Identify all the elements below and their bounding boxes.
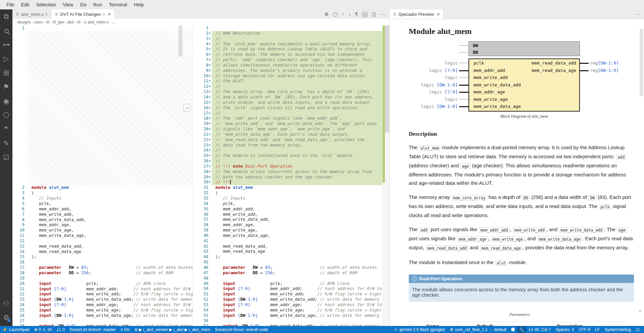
code-line[interactable]: 26 input [DW-1:0] mem_write_data_age; //… — [12, 313, 193, 319]
code-line[interactable]: 23 input [DW-1:0] mem_write_data_add; //… — [12, 297, 193, 302]
menu-item-selection[interactable]: Selection — [33, 1, 59, 8]
code-line[interactable]: 11+// the ALUT. — [193, 79, 382, 84]
code-line[interactable]: 28+// The module allows concurrent acces… — [193, 169, 382, 175]
code-line[interactable]: 7 mem_write_add, — [12, 212, 193, 217]
extensions-icon[interactable]: ⊞ — [0, 66, 12, 80]
compare-icon[interactable]: ▢ — [333, 11, 337, 17]
code-line[interactable]: 8+// allows simultaneous read/write oper… — [193, 63, 382, 68]
code-line[interactable]: 3 ( — [12, 191, 193, 196]
preview-more-actions-icon[interactable]: ⋯ — [635, 11, 640, 17]
code-line[interactable]: 4 // Inputs — [12, 196, 193, 201]
source-control-icon[interactable]: ⊶ — [0, 38, 12, 52]
code-line[interactable]: 52 input [DW-1:0] mem_write_data_add; //… — [193, 297, 382, 302]
render-whitespace-icon[interactable]: ¶ — [355, 11, 358, 17]
breadcrumb-item[interactable]: rtl_lpw — [52, 20, 64, 25]
code-line[interactable]: 24 input [7:0] mem_addr_age; // hash add… — [12, 302, 193, 308]
code-line[interactable]: 8 mem_write_data_add, — [12, 217, 193, 223]
code-line[interactable]: 53 input [7:0] mem_addr_age; // hash add… — [193, 302, 382, 308]
code-line[interactable]: 30+// !!! — [193, 180, 382, 185]
more-actions-icon[interactable]: ⋯ — [381, 11, 385, 17]
comments-icon[interactable]: ❞ — [0, 122, 12, 136]
code-line[interactable]: 15+// write enable, and write data input… — [193, 100, 382, 106]
status-right-item-spaces-3[interactable]: Spaces: 3 — [553, 326, 576, 333]
code-line[interactable]: 25 input mem_write_age; // R/W flag (wri… — [12, 308, 193, 313]
menu-item-go[interactable]: Go — [77, 1, 89, 8]
code-line[interactable]: 9+// addresses. The module's primary fun… — [193, 68, 382, 74]
bookmarks-icon[interactable]: ⚑ — [0, 80, 12, 94]
code-line[interactable]: 41 — [193, 239, 382, 244]
code-line[interactable]: 17 parameter DW = 83; // width of data b… — [12, 265, 193, 270]
code-line[interactable]: 10+// storage mechanism for address and … — [193, 74, 382, 79]
status-right-item-utf-8[interactable]: UTF-8 — [576, 326, 593, 333]
code-line[interactable]: 42 mem_read_data_add, — [193, 244, 382, 249]
status-right-item-systemverilog[interactable]: SystemVerilog — [602, 326, 633, 333]
code-line[interactable]: 34 pclk, — [193, 201, 382, 207]
code-line[interactable]: 21+// `mem_write_data_age`. Each port's … — [193, 132, 382, 137]
code-line[interactable]: 47 parameter DD = 256; // depth of RAM — [193, 270, 382, 276]
status-left-item-sonarlint-branch-master[interactable]: SonarLint branch: master — [67, 326, 118, 333]
code-line[interactable]: 18 parameter DD = 256; // depth of RAM — [12, 270, 193, 276]
status-right-item-bell[interactable] — [633, 326, 642, 333]
status-right-item-gemini-2-0-flash-google-[interactable]: ⚇gemini-2.0-flash (google) — [392, 326, 447, 333]
code-line[interactable]: 32 ( — [193, 191, 382, 196]
code-line[interactable]: 37 mem_write_data_add, — [193, 217, 382, 222]
menu-item-view[interactable]: View — [60, 1, 76, 8]
code-line[interactable]: 22 input mem_write_add; // R/W flag (wri… — [12, 292, 193, 297]
code-line[interactable]: 5+// It is used by the Address Lookup Ta… — [193, 47, 382, 52]
code-line[interactable]: 46 parameter DW = 83; // width of data b… — [193, 265, 382, 270]
status-right-item-lf[interactable]: LF — [593, 326, 602, 333]
code-line[interactable]: 39 mem_write_age, — [193, 228, 382, 233]
code-line[interactable]: 12 — [12, 239, 193, 244]
code-line[interactable]: 28 output [DW-1:0] mem_read_data_add; //… — [12, 324, 193, 326]
menu-item-terminal[interactable]: Terminal — [106, 1, 130, 8]
status-left-item--on[interactable]: ≡ On — [118, 326, 132, 333]
status-left-item-0[interactable]: 0 — [54, 326, 67, 333]
status-right-item-ln-30-col-7[interactable]: Ln 30, Col 7 — [526, 326, 553, 333]
menu-item-run[interactable]: Run — [90, 1, 105, 8]
status-left-item-sonarlint-focus-overall-code[interactable]: SonarLint focus: overall code — [212, 326, 270, 333]
breadcrumb-item[interactable]: alut — [67, 20, 73, 25]
status-left-item--i-alut-veneer-i-alut-i-alut-m[interactable]: ≣ ▶ i_alut_veneer ▶ i_alut ▶ i_alut_mem — [132, 326, 212, 333]
preview-scrollbar-thumb[interactable] — [640, 29, 643, 96]
code-line[interactable]: 12+// — [193, 84, 382, 89]
code-line[interactable]: 4+// The `alut_mem` module implements a … — [193, 42, 382, 47]
code-line[interactable]: 3+// — [193, 36, 382, 42]
code-line[interactable]: 6 mem_addr_add, — [12, 207, 193, 212]
breadcrumb-item[interactable]: designs — [17, 20, 31, 25]
code-line[interactable]: 43 mem_read_data_age — [193, 249, 382, 254]
breadcrumb-item[interactable]: alut_mem.v — [88, 20, 108, 25]
code-line[interactable]: 14 mem_read_data_age — [12, 249, 193, 255]
code-line[interactable]: 1 — [12, 26, 193, 31]
code-line[interactable]: 26+// — [193, 159, 382, 164]
code-line[interactable]: 25+// The module is instantiated once in… — [193, 153, 382, 159]
code-line[interactable]: 38 mem_addr_age, — [193, 222, 382, 228]
run-debug-icon[interactable]: ▷ — [0, 52, 12, 66]
menu-item-file[interactable]: File — [3, 1, 17, 8]
code-line[interactable]: 1 — [193, 26, 382, 31]
menu-item-help[interactable]: Help — [131, 1, 147, 8]
split-editor-icon[interactable]: ◫ — [372, 11, 376, 17]
code-line[interactable]: 51 input mem_write_add; // R/W flag (wri… — [193, 292, 382, 297]
code-line[interactable]: 33 // Inputs — [193, 196, 382, 201]
diff-original-pane[interactable]: 1 2 module alut_mem3 (4 // Inputs5 pclk,… — [12, 26, 193, 326]
code-line[interactable]: 17+// — [193, 111, 382, 116]
code-line[interactable]: 19 — [12, 276, 193, 281]
code-line[interactable]: 9 mem_addr_age, — [12, 222, 193, 228]
code-line[interactable]: 29+// both the address checker and the a… — [193, 175, 382, 180]
tab-alut-mem-v[interactable]: ≣alut_mem.vc — [12, 9, 51, 19]
code-line[interactable]: 44 ); — [193, 254, 382, 260]
previous-change-icon[interactable]: ↑ — [342, 11, 344, 17]
code-line[interactable]: 57 output [DW-1:0] mem_read_data_add; //… — [193, 324, 382, 326]
code-line[interactable]: 2 module alut_mem — [12, 185, 193, 191]
code-line[interactable]: 55 input [DW-1:0] mem_write_data_age; //… — [193, 313, 382, 319]
manage-gear-icon[interactable]: ⚙ — [0, 310, 12, 325]
code-line[interactable]: 20+// signals like `mem_addr_age`, `mem_… — [193, 127, 382, 132]
open-preview-icon[interactable]: ω — [362, 12, 367, 17]
checklist-icon[interactable]: ☑ — [0, 151, 12, 165]
search-icon[interactable] — [0, 24, 12, 38]
code-line[interactable]: 10 mem_write_age, — [12, 228, 193, 233]
menu-item-edit[interactable]: Edit — [18, 1, 32, 8]
settings-gear-icon[interactable]: ⚙ — [325, 11, 329, 17]
status-right-item-circle[interactable] — [509, 326, 517, 333]
code-line[interactable]: 24+// — [193, 148, 382, 153]
